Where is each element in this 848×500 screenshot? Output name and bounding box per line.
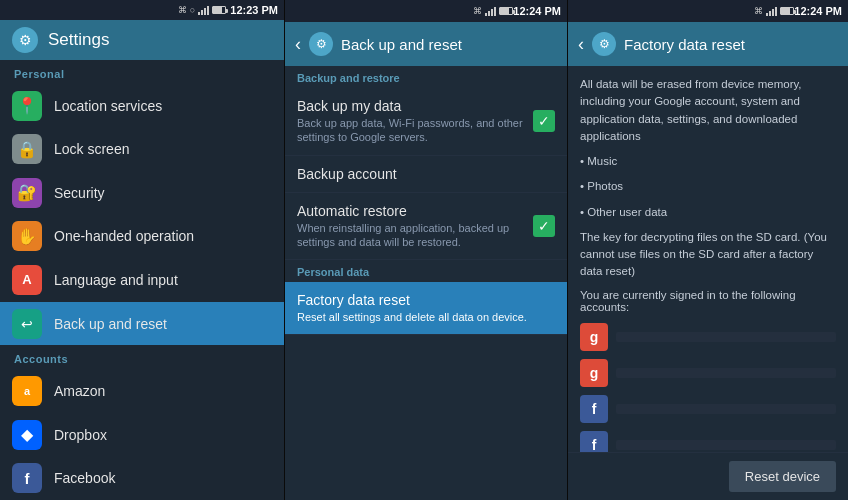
- google-icon-2: g: [580, 359, 608, 387]
- back-button-mid[interactable]: ‹: [295, 34, 301, 55]
- account-email-1: [616, 332, 836, 342]
- sidebar-item-lock-label: Lock screen: [54, 141, 129, 157]
- battery-icon: [212, 6, 226, 14]
- sidebar-item-amazon-label: Amazon: [54, 383, 105, 399]
- factory-list-music: • Music: [580, 153, 836, 170]
- backup-gear-icon: ⚙: [309, 32, 333, 56]
- backup-my-data-text: Back up my data Back up app data, Wi-Fi …: [297, 98, 533, 145]
- bt-icon-right: ⌘: [754, 6, 763, 16]
- status-icons-right: ⌘: [754, 6, 794, 16]
- reset-device-button[interactable]: Reset device: [729, 461, 836, 492]
- backup-my-data-secondary: Back up app data, Wi-Fi passwords, and o…: [297, 116, 533, 145]
- status-bar-right: ⌘ 12:24 PM: [568, 0, 848, 22]
- backup-reset-header: ‹ ⚙ Back up and reset: [285, 22, 567, 66]
- sidebar-item-dropbox-label: Dropbox: [54, 427, 107, 443]
- backup-reset-title: Back up and reset: [341, 36, 462, 53]
- status-time-mid: 12:24 PM: [513, 5, 561, 17]
- personal-data-label: Personal data: [285, 260, 567, 282]
- facebook-icon-account-1: f: [580, 395, 608, 423]
- dropbox-icon: ◆: [12, 420, 42, 450]
- account-email-3: [616, 404, 836, 414]
- sidebar-item-facebook[interactable]: f Facebook: [0, 456, 284, 500]
- account-email-4: [616, 440, 836, 450]
- security-icon: 🔐: [12, 178, 42, 208]
- signal-icon: [198, 5, 209, 15]
- settings-panel: ⌘ ○ 12:23 PM ⚙ Settings Personal 📍 Locat…: [0, 0, 285, 500]
- backup-account-item[interactable]: Backup account: [285, 156, 567, 193]
- auto-restore-item[interactable]: Automatic restore When reinstalling an a…: [285, 193, 567, 261]
- account-email-2: [616, 368, 836, 378]
- status-bar-mid: ⌘ 12:24 PM: [285, 0, 567, 22]
- location-icon: 📍: [12, 91, 42, 121]
- wifi-icon: ○: [190, 5, 195, 15]
- status-time-left: 12:23 PM: [230, 4, 278, 16]
- factory-sd-card-text: The key for decrypting files on the SD c…: [580, 229, 836, 281]
- sidebar-item-backup[interactable]: ↩ Back up and reset: [0, 302, 284, 346]
- sidebar-item-onehand-label: One-handed operation: [54, 228, 194, 244]
- factory-reset-panel: ⌘ 12:24 PM ‹ ⚙ Factory data reset All da…: [568, 0, 848, 500]
- account-row-google-1: g: [580, 319, 836, 355]
- signal-icon-right: [766, 6, 777, 16]
- sidebar-item-security[interactable]: 🔐 Security: [0, 171, 284, 215]
- sidebar-item-facebook-label: Facebook: [54, 470, 115, 486]
- backup-my-data-primary: Back up my data: [297, 98, 533, 114]
- status-time-right: 12:24 PM: [794, 5, 842, 17]
- backup-my-data-checkbox[interactable]: ✓: [533, 110, 555, 132]
- app-title-left: Settings: [48, 30, 109, 50]
- account-row-facebook-2: f: [580, 427, 836, 453]
- amazon-icon: a: [12, 376, 42, 406]
- sidebar-item-location-label: Location services: [54, 98, 162, 114]
- personal-section-label: Personal: [0, 60, 284, 84]
- settings-gear-icon: ⚙: [12, 27, 38, 53]
- auto-restore-primary: Automatic restore: [297, 203, 533, 219]
- app-header-left: ⚙ Settings: [0, 20, 284, 60]
- auto-restore-secondary: When reinstalling an application, backed…: [297, 221, 533, 250]
- auto-restore-checkbox[interactable]: ✓: [533, 215, 555, 237]
- factory-reset-header: ‹ ⚙ Factory data reset: [568, 22, 848, 66]
- status-icons-left: ⌘ ○: [178, 5, 226, 15]
- factory-reset-title: Factory data reset: [624, 36, 745, 53]
- factory-reset-secondary: Reset all settings and delete all data o…: [297, 310, 527, 324]
- sidebar-item-location[interactable]: 📍 Location services: [0, 84, 284, 128]
- sidebar-item-security-label: Security: [54, 185, 105, 201]
- backup-account-primary: Backup account: [297, 166, 397, 182]
- sidebar-item-language[interactable]: A Language and input: [0, 258, 284, 302]
- sidebar-item-language-label: Language and input: [54, 272, 178, 288]
- sidebar-item-backup-label: Back up and reset: [54, 316, 167, 332]
- sidebar-item-dropbox[interactable]: ◆ Dropbox: [0, 413, 284, 457]
- status-icons-mid: ⌘: [473, 6, 513, 16]
- back-button-right[interactable]: ‹: [578, 34, 584, 55]
- facebook-icon: f: [12, 463, 42, 493]
- backup-restore-label: Backup and restore: [285, 66, 567, 88]
- bluetooth-icon: ⌘: [178, 5, 187, 15]
- factory-gear-icon: ⚙: [592, 32, 616, 56]
- backup-my-data-item[interactable]: Back up my data Back up app data, Wi-Fi …: [285, 88, 567, 156]
- factory-reset-item[interactable]: Factory data reset Reset all settings an…: [285, 282, 567, 335]
- factory-list-photos: • Photos: [580, 178, 836, 195]
- signal-icon-mid: [485, 6, 496, 16]
- auto-restore-text: Automatic restore When reinstalling an a…: [297, 203, 533, 250]
- factory-reset-text: Factory data reset Reset all settings an…: [297, 292, 527, 324]
- battery-icon-right: [780, 7, 794, 15]
- factory-content: All data will be erased from device memo…: [568, 66, 848, 452]
- sidebar-item-lock[interactable]: 🔒 Lock screen: [0, 127, 284, 171]
- status-bar-left: ⌘ ○ 12:23 PM: [0, 0, 284, 20]
- battery-icon-mid: [499, 7, 513, 15]
- language-icon: A: [12, 265, 42, 295]
- backup-icon: ↩: [12, 309, 42, 339]
- sidebar-item-amazon[interactable]: a Amazon: [0, 369, 284, 413]
- onehand-icon: ✋: [12, 221, 42, 251]
- backup-reset-panel: ⌘ 12:24 PM ‹ ⚙ Back up and reset Backup …: [285, 0, 568, 500]
- accounts-section-label: Accounts: [0, 345, 284, 369]
- google-icon-1: g: [580, 323, 608, 351]
- factory-accounts-label: You are currently signed in to the follo…: [580, 289, 836, 313]
- factory-list-other: • Other user data: [580, 204, 836, 221]
- reset-button-bar: Reset device: [568, 452, 848, 500]
- sidebar-item-onehand[interactable]: ✋ One-handed operation: [0, 215, 284, 259]
- backup-account-text: Backup account: [297, 166, 397, 182]
- factory-reset-primary: Factory data reset: [297, 292, 527, 308]
- bt-icon-mid: ⌘: [473, 6, 482, 16]
- lock-icon: 🔒: [12, 134, 42, 164]
- account-row-google-2: g: [580, 355, 836, 391]
- facebook-icon-account-2: f: [580, 431, 608, 453]
